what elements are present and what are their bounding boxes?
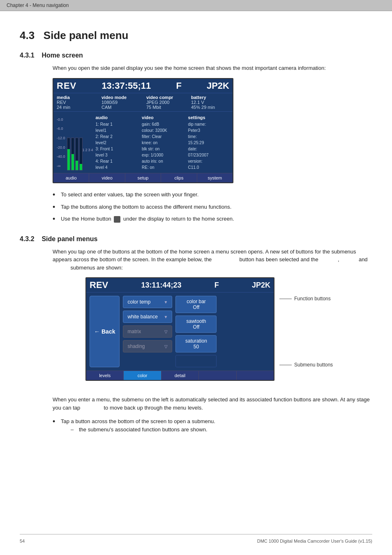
cam1-audio-header: audio (96, 114, 137, 122)
annotations: Function buttons Submenu buttons (274, 277, 333, 368)
bullet-item-2: • Tap the buttons along the bottom to ac… (53, 203, 372, 212)
camera-screen-1: REV 13:37:55;11 F JP2K media REV24 min v… (53, 78, 233, 184)
annotation-submenu-buttons: Submenu buttons (279, 362, 333, 368)
cam2-btn-levels[interactable]: levels (86, 371, 124, 380)
bullet-text-1: To select and enter values, tap the scre… (61, 191, 198, 199)
cam1-btn-system[interactable]: system (197, 173, 233, 182)
submenu-buttons-label: Submenu buttons (294, 362, 333, 368)
section-432: 4.3.2 Side panel menus When you tap one … (20, 235, 372, 436)
sub-bullet-1: – the submenu's associated function butt… (71, 426, 215, 434)
subsection-432-title: 4.3.2 Side panel menus (20, 235, 372, 243)
cam1-time: 13:37:55;11 (101, 81, 151, 91)
vu-bar-1 (67, 138, 70, 170)
cam2-wrapper: REV 13:11:44;23 F JP2K ← Back color t (53, 277, 372, 388)
cam2-arrow-white-balance: ▼ (164, 315, 168, 319)
cam2-submenu-matrix[interactable]: matrix ▽ (123, 325, 172, 338)
cam1-header: REV 13:37:55;11 F JP2K (53, 79, 233, 93)
cam2-submenu-shading[interactable]: shading ▽ (123, 340, 172, 352)
vu-bar-numbers: 1234 (83, 148, 93, 171)
cam2-func-sawtooth[interactable]: sawtoothOff (175, 315, 217, 333)
cam2-arrow-matrix: ▽ (164, 329, 168, 334)
sub-bullet-text-1: the submenu's associated function button… (79, 426, 208, 434)
cam1-audio-values: 1: Rear 1level12: Rear 2level23: Front 1… (96, 121, 137, 170)
cam1-btn-clips[interactable]: clips (161, 173, 197, 182)
cam1-videomode-value: 1080i59CAM (101, 100, 140, 110)
cam2-footer: levels color detail (86, 371, 274, 380)
cam2-arrow-color-temp: ▼ (164, 300, 168, 304)
vu-bar-4 (79, 138, 83, 170)
cam2-jp2k: JP2K (252, 281, 270, 290)
cam2-btn-detail[interactable]: detail (161, 371, 199, 380)
page-footer: 54 DMC 1000 Digital Media Camcorder User… (20, 534, 372, 548)
cam1-data-cols: audio 1: Rear 1level12: Rear 2level23: F… (96, 114, 229, 171)
cam1-rev: REV (57, 81, 76, 91)
cam1-btn-video[interactable]: video (89, 173, 125, 182)
cam2-arrow-shading: ▽ (164, 344, 168, 349)
subsection-431-intro: When you open the side panel display you… (53, 64, 372, 72)
cam2-func-colorbar[interactable]: color barOff (175, 296, 217, 313)
vu-bar-3 (75, 138, 78, 170)
bullet-item-1: • To select and enter values, tap the sc… (53, 191, 372, 200)
vu-meters: -0.0 -6.0 -12.0 -20.0 -40.0 -∞ (57, 114, 93, 171)
bullet-item-3: • Use the Home button under the display … (53, 215, 372, 224)
vu-bars (67, 114, 83, 171)
cam2-submenu-white-balance[interactable]: white balance ▼ (123, 311, 172, 323)
cam2-rev: REV (90, 280, 108, 290)
cam1-f: F (176, 81, 181, 91)
cam1-btn-audio[interactable]: audio (53, 173, 89, 182)
cam2-func-empty (175, 355, 217, 367)
page-number: 54 (20, 539, 25, 543)
sub-bullet-item-1: – the submenu's associated function butt… (71, 426, 215, 434)
cam2-btn-empty1 (199, 371, 236, 380)
cam1-battery-label: battery (191, 95, 229, 100)
product-name: DMC 1000 Digital Media Camcorder User's … (257, 539, 372, 543)
cam1-media-label: media (57, 95, 95, 100)
section2-para: When you enter a menu, the submenu on th… (53, 396, 372, 412)
cam2-f: F (214, 281, 219, 290)
cam1-body: -0.0 -6.0 -12.0 -20.0 -40.0 -∞ (53, 112, 233, 173)
function-buttons-label: Function buttons (294, 296, 331, 302)
bullet-text-4: Tap a button across the bottom of the sc… (61, 417, 215, 426)
cam1-settings-header: settings (188, 114, 229, 122)
cam2-back-button[interactable]: ← Back (90, 296, 120, 367)
cam1-videocompr-label: video compr (146, 95, 184, 100)
cam1-videocompr: video compr JPEG 200075 Mbit (146, 95, 184, 110)
cam2-btn-empty2 (237, 371, 274, 380)
chapter-header-text: Chapter 4 - Menu navigation (7, 2, 69, 8)
cam1-video-header: video (142, 114, 183, 122)
cam1-buttons: audio video setup clips system (53, 173, 233, 182)
bullet-item-4: • Tap a button across the bottom of the … (53, 417, 372, 436)
cam1-videomode: video mode 1080i59CAM (101, 95, 140, 110)
cam2-body: ← Back color temp ▼ white balance ▼ (86, 292, 274, 371)
camera-screen-2: REV 13:11:44;23 F JP2K ← Back color t (85, 277, 274, 381)
cam1-videomode-label: video mode (101, 95, 140, 100)
annotation-function-buttons: Function buttons (279, 296, 333, 302)
bullet-list-2: • Tap a button across the bottom of the … (53, 417, 372, 436)
cam1-media: media REV24 min (57, 95, 95, 110)
cam1-videocompr-value: JPEG 200075 Mbit (146, 100, 184, 110)
cam1-battery: battery 12.1 V45% 29 min (191, 95, 229, 110)
cam1-settings-col: settings dip name:Peter3time:15:25:29dat… (188, 114, 229, 171)
section-title: 4.3 Side panel menu (20, 29, 372, 42)
cam2-btn-color[interactable]: color (124, 371, 161, 380)
cam1-info-row: media REV24 min video mode 1080i59CAM vi… (53, 93, 233, 112)
cam2-submenu-col: color temp ▼ white balance ▼ matrix ▽ (123, 296, 172, 367)
cam2-function-col: color barOff sawtoothOff saturation50 (175, 296, 217, 367)
cam2-back-label: Back (101, 328, 115, 335)
bullet-text-2: Tap the buttons along the bottom to acce… (61, 203, 231, 211)
cam2-time: 13:11:44;23 (141, 281, 181, 290)
cam1-audio-col: audio 1: Rear 1level12: Rear 2level23: F… (96, 114, 137, 171)
cam2-func-saturation[interactable]: saturation50 (175, 335, 217, 352)
cam1-btn-setup[interactable]: setup (125, 173, 161, 182)
cam1-media-value: REV24 min (57, 100, 95, 110)
subsection-431-title: 4.3.1 Home screen (20, 52, 372, 59)
vu-labels: -0.0 -6.0 -12.0 -20.0 -40.0 -∞ (57, 114, 65, 171)
vu-bar-2 (71, 138, 74, 170)
cam1-battery-value: 12.1 V45% 29 min (191, 100, 229, 110)
bullet-text-3: Use the Home button under the display to… (61, 215, 234, 223)
subsection-432-intro: When you tap one of the buttons at the b… (53, 248, 372, 272)
cam1-video-col: video gain: 6dBcolour: 3200Kfilter: Clea… (142, 114, 183, 171)
cam1-jp2k: JP2K (207, 81, 229, 91)
annotation-line-2 (279, 365, 292, 365)
cam2-submenu-color-temp[interactable]: color temp ▼ (123, 296, 172, 308)
